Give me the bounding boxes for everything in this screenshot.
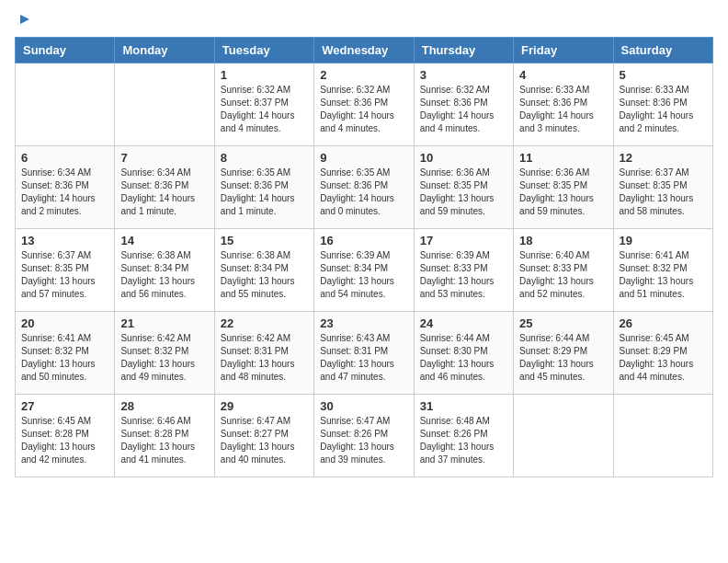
day-number: 25 [519,316,607,330]
cell-content: Sunrise: 6:47 AM Sunset: 8:27 PM Dayligh… [221,415,308,466]
calendar-cell: 26Sunrise: 6:45 AM Sunset: 8:29 PM Dayli… [613,312,712,395]
day-number: 17 [420,234,507,247]
day-number: 7 [120,151,208,165]
logo-icon [17,11,33,28]
calendar-week-row: 1Sunrise: 6:32 AM Sunset: 8:37 PM Daylig… [16,63,713,146]
calendar-cell: 23Sunrise: 6:43 AM Sunset: 8:31 PM Dayli… [314,312,414,395]
calendar-cell: 18Sunrise: 6:40 AM Sunset: 8:33 PM Dayli… [514,229,613,312]
day-number: 10 [420,151,507,165]
cell-content: Sunrise: 6:41 AM Sunset: 8:32 PM Dayligh… [21,332,108,384]
calendar-cell: 5Sunrise: 6:33 AM Sunset: 8:36 PM Daylig… [613,63,712,146]
calendar-week-row: 27Sunrise: 6:45 AM Sunset: 8:28 PM Dayli… [16,395,713,477]
calendar-table: SundayMondayTuesdayWednesdayThursdayFrid… [15,37,713,477]
day-number: 1 [221,68,308,82]
calendar-cell: 30Sunrise: 6:47 AM Sunset: 8:26 PM Dayli… [314,395,414,477]
calendar-cell: 14Sunrise: 6:38 AM Sunset: 8:34 PM Dayli… [115,229,214,312]
cell-content: Sunrise: 6:34 AM Sunset: 8:36 PM Dayligh… [21,167,108,218]
logo [15,15,33,28]
calendar-cell [115,63,214,146]
day-number: 26 [620,316,707,330]
day-number: 23 [320,316,407,330]
calendar-cell: 4Sunrise: 6:33 AM Sunset: 8:36 PM Daylig… [514,63,613,146]
calendar-cell: 8Sunrise: 6:35 AM Sunset: 8:36 PM Daylig… [214,146,313,229]
cell-content: Sunrise: 6:43 AM Sunset: 8:31 PM Dayligh… [320,332,407,384]
cell-content: Sunrise: 6:36 AM Sunset: 8:35 PM Dayligh… [519,167,607,218]
day-number: 27 [21,399,108,413]
cell-content: Sunrise: 6:48 AM Sunset: 8:26 PM Dayligh… [420,415,507,466]
cell-content: Sunrise: 6:42 AM Sunset: 8:32 PM Dayligh… [120,332,208,384]
cell-content: Sunrise: 6:44 AM Sunset: 8:29 PM Dayligh… [519,332,607,384]
day-number: 15 [221,234,308,247]
calendar-week-row: 13Sunrise: 6:37 AM Sunset: 8:35 PM Dayli… [16,229,713,312]
calendar-week-row: 20Sunrise: 6:41 AM Sunset: 8:32 PM Dayli… [16,312,713,395]
day-number: 2 [320,68,407,82]
cell-content: Sunrise: 6:32 AM Sunset: 8:36 PM Dayligh… [420,84,507,135]
calendar-cell: 16Sunrise: 6:39 AM Sunset: 8:34 PM Dayli… [314,229,414,312]
cell-content: Sunrise: 6:39 AM Sunset: 8:33 PM Dayligh… [420,249,507,301]
cell-content: Sunrise: 6:45 AM Sunset: 8:28 PM Dayligh… [21,415,108,466]
day-number: 24 [420,316,507,330]
day-number: 4 [519,68,607,82]
calendar-cell: 9Sunrise: 6:35 AM Sunset: 8:36 PM Daylig… [314,146,414,229]
svg-marker-0 [20,15,29,24]
day-number: 20 [21,316,108,330]
weekday-header: Saturday [613,38,712,63]
calendar-cell: 15Sunrise: 6:38 AM Sunset: 8:34 PM Dayli… [214,229,313,312]
cell-content: Sunrise: 6:38 AM Sunset: 8:34 PM Dayligh… [120,249,208,301]
day-number: 28 [120,399,208,413]
weekday-header: Thursday [414,38,513,63]
cell-content: Sunrise: 6:33 AM Sunset: 8:36 PM Dayligh… [519,84,607,135]
day-number: 19 [620,234,707,247]
cell-content: Sunrise: 6:38 AM Sunset: 8:34 PM Dayligh… [221,249,308,301]
calendar-cell [613,395,712,477]
calendar-cell: 7Sunrise: 6:34 AM Sunset: 8:36 PM Daylig… [115,146,214,229]
page-header [15,15,713,28]
calendar-week-row: 6Sunrise: 6:34 AM Sunset: 8:36 PM Daylig… [16,146,713,229]
weekday-header: Tuesday [214,38,313,63]
calendar-cell: 1Sunrise: 6:32 AM Sunset: 8:37 PM Daylig… [214,63,313,146]
cell-content: Sunrise: 6:37 AM Sunset: 8:35 PM Dayligh… [620,167,707,218]
calendar-cell: 31Sunrise: 6:48 AM Sunset: 8:26 PM Dayli… [414,395,513,477]
cell-content: Sunrise: 6:37 AM Sunset: 8:35 PM Dayligh… [21,249,108,301]
day-number: 6 [21,151,108,165]
calendar-cell: 24Sunrise: 6:44 AM Sunset: 8:30 PM Dayli… [414,312,513,395]
cell-content: Sunrise: 6:45 AM Sunset: 8:29 PM Dayligh… [620,332,707,384]
cell-content: Sunrise: 6:33 AM Sunset: 8:36 PM Dayligh… [620,84,707,135]
day-number: 3 [420,68,507,82]
cell-content: Sunrise: 6:44 AM Sunset: 8:30 PM Dayligh… [420,332,507,384]
calendar-cell: 10Sunrise: 6:36 AM Sunset: 8:35 PM Dayli… [414,146,513,229]
calendar-cell: 6Sunrise: 6:34 AM Sunset: 8:36 PM Daylig… [16,146,115,229]
calendar-cell: 22Sunrise: 6:42 AM Sunset: 8:31 PM Dayli… [214,312,313,395]
calendar-cell [16,63,115,146]
calendar-cell: 12Sunrise: 6:37 AM Sunset: 8:35 PM Dayli… [613,146,712,229]
calendar-cell: 25Sunrise: 6:44 AM Sunset: 8:29 PM Dayli… [514,312,613,395]
cell-content: Sunrise: 6:47 AM Sunset: 8:26 PM Dayligh… [320,415,407,466]
calendar-cell: 21Sunrise: 6:42 AM Sunset: 8:32 PM Dayli… [115,312,214,395]
day-number: 11 [519,151,607,165]
day-number: 29 [221,399,308,413]
day-number: 8 [221,151,308,165]
day-number: 30 [320,399,407,413]
day-number: 9 [320,151,407,165]
cell-content: Sunrise: 6:41 AM Sunset: 8:32 PM Dayligh… [620,249,707,301]
cell-content: Sunrise: 6:32 AM Sunset: 8:36 PM Dayligh… [320,84,407,135]
day-number: 5 [620,68,707,82]
day-number: 18 [519,234,607,247]
calendar-cell: 13Sunrise: 6:37 AM Sunset: 8:35 PM Dayli… [16,229,115,312]
calendar-cell [514,395,613,477]
day-number: 21 [120,316,208,330]
cell-content: Sunrise: 6:35 AM Sunset: 8:36 PM Dayligh… [221,167,308,218]
calendar-cell: 19Sunrise: 6:41 AM Sunset: 8:32 PM Dayli… [613,229,712,312]
calendar-cell: 20Sunrise: 6:41 AM Sunset: 8:32 PM Dayli… [16,312,115,395]
weekday-header: Friday [514,38,613,63]
cell-content: Sunrise: 6:46 AM Sunset: 8:28 PM Dayligh… [120,415,208,466]
calendar-cell: 2Sunrise: 6:32 AM Sunset: 8:36 PM Daylig… [314,63,414,146]
cell-content: Sunrise: 6:34 AM Sunset: 8:36 PM Dayligh… [120,167,208,218]
calendar-cell: 28Sunrise: 6:46 AM Sunset: 8:28 PM Dayli… [115,395,214,477]
calendar-cell: 11Sunrise: 6:36 AM Sunset: 8:35 PM Dayli… [514,146,613,229]
weekday-header: Monday [115,38,214,63]
day-number: 22 [221,316,308,330]
cell-content: Sunrise: 6:35 AM Sunset: 8:36 PM Dayligh… [320,167,407,218]
calendar-header-row: SundayMondayTuesdayWednesdayThursdayFrid… [16,38,713,63]
cell-content: Sunrise: 6:40 AM Sunset: 8:33 PM Dayligh… [519,249,607,301]
